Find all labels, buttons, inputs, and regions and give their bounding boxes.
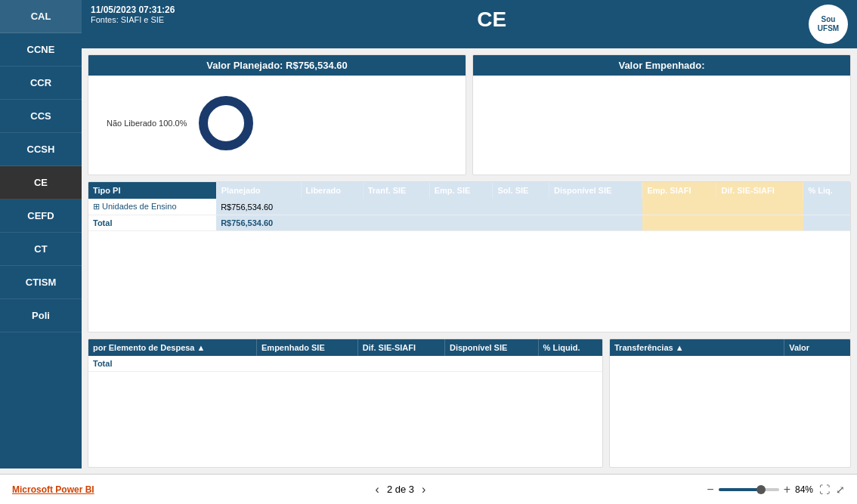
next-page-button[interactable]: › bbox=[422, 483, 425, 496]
col-planejado: Planejado bbox=[216, 182, 301, 199]
zoom-slider[interactable] bbox=[719, 488, 779, 491]
zoom-slider-fill bbox=[719, 488, 761, 491]
top-row: Valor Planejado: R$756,534.60 Não Libera… bbox=[88, 54, 851, 175]
valor-planejado-panel: Valor Planejado: R$756,534.60 Não Libera… bbox=[88, 54, 466, 175]
zoom-level: 84% bbox=[795, 484, 813, 495]
header-source: Fontes: SIAFI e SIE bbox=[91, 15, 175, 24]
col-elemento-despesa: por Elemento de Despesa ▲ bbox=[88, 339, 257, 356]
col-emp-sie: Emp. SIE bbox=[429, 182, 493, 199]
col-dif-sie-siafi: Dif. SIE-SIAFI bbox=[716, 182, 803, 199]
valor-empenhado-body bbox=[473, 76, 850, 171]
donut-container: Não Liberado 100.0% bbox=[94, 87, 268, 159]
total-label: Total bbox=[88, 215, 216, 231]
main-table-total-row: Total R$756,534.60 bbox=[88, 215, 850, 231]
main-table: Tipo PI Planejado Liberado Tranf. SIE Em… bbox=[88, 182, 850, 231]
fullscreen-button[interactable]: ⤢ bbox=[836, 484, 845, 496]
sidebar-item-ccne[interactable]: CCNE bbox=[0, 33, 82, 66]
total-planejado: R$756,534.60 bbox=[216, 215, 301, 231]
sidebar-item-cefd[interactable]: CEFD bbox=[0, 199, 82, 233]
fit-screen-button[interactable]: ⛶ bbox=[819, 484, 830, 496]
sort-asc-icon-2: ▲ bbox=[676, 343, 684, 352]
valor-planejado-header: Valor Planejado: R$756,534.60 bbox=[88, 55, 466, 76]
sidebar-item-ccr[interactable]: CCR bbox=[0, 66, 82, 100]
sidebar-item-cal[interactable]: CAL bbox=[0, 0, 82, 33]
valor-empenhado-panel: Valor Empenhado: bbox=[472, 54, 851, 175]
zoom-out-button[interactable]: − bbox=[707, 484, 713, 496]
sidebar-item-ce[interactable]: CE bbox=[0, 166, 82, 199]
col-liberado: Liberado bbox=[301, 182, 363, 199]
header: 11/05/2023 07:31:26 Fontes: SIAFI e SIE … bbox=[82, 0, 857, 48]
bottom-left-panel: por Elemento de Despesa ▲ Empenhado SIE … bbox=[88, 339, 603, 468]
bottom-right-header-row: Transferências ▲ Valor bbox=[610, 339, 850, 356]
nao-liberado-label: Não Liberado 100.0% bbox=[107, 119, 187, 128]
donut-chart bbox=[196, 93, 256, 153]
bottom-right-table: Transferências ▲ Valor bbox=[610, 339, 850, 356]
bottom-bar: Microsoft Power BI ‹ 2 de 3 › − + 84% ⛶ … bbox=[0, 474, 857, 504]
content-area: Valor Planejado: R$756,534.60 Não Libera… bbox=[82, 48, 857, 474]
col-empenhado-sie: Empenhado SIE bbox=[257, 339, 358, 356]
col-liq: % Liq. bbox=[803, 182, 850, 199]
pagination: ‹ 2 de 3 › bbox=[376, 483, 426, 496]
total-label-2: Total bbox=[88, 356, 257, 372]
bottom-right-icons: − + 84% ⛶ ⤢ bbox=[707, 484, 845, 496]
zoom-controls: − + 84% bbox=[707, 484, 813, 496]
col-valor: Valor bbox=[784, 339, 850, 356]
svg-point-1 bbox=[215, 112, 237, 135]
main-content: 11/05/2023 07:31:26 Fontes: SIAFI e SIE … bbox=[82, 0, 857, 474]
col-liq-2: % Liquid. bbox=[538, 339, 602, 356]
col-disp-sie-2: Disponível SIE bbox=[444, 339, 538, 356]
main-table-panel: Tipo PI Planejado Liberado Tranf. SIE Em… bbox=[88, 181, 851, 332]
bottom-right-panel: Transferências ▲ Valor bbox=[609, 339, 851, 468]
sidebar-item-poli[interactable]: Poli bbox=[0, 299, 82, 332]
col-dif-sie-siafi-2: Dif. SIE-SIAFI bbox=[357, 339, 444, 356]
col-sol-sie: Sol. SIE bbox=[493, 182, 549, 199]
logo: Sou UFSM bbox=[809, 5, 848, 44]
main-table-header-row: Tipo PI Planejado Liberado Tranf. SIE Em… bbox=[88, 182, 850, 199]
cell-planejado: R$756,534.60 bbox=[216, 199, 301, 215]
valor-planejado-body: Não Liberado 100.0% bbox=[88, 76, 466, 171]
sidebar-item-ct[interactable]: CT bbox=[0, 233, 82, 266]
bottom-left-header-row: por Elemento de Despesa ▲ Empenhado SIE … bbox=[88, 339, 602, 356]
col-emp-siafi: Emp. SIAFI bbox=[642, 182, 716, 199]
valor-empenhado-header: Valor Empenhado: bbox=[473, 55, 850, 76]
powerbi-link[interactable]: Microsoft Power BI bbox=[12, 484, 94, 495]
table-row[interactable]: ⊞ Unidades de Ensino R$756,534.60 bbox=[88, 199, 850, 215]
zoom-slider-thumb bbox=[756, 485, 766, 494]
expand-cell[interactable]: ⊞ Unidades de Ensino bbox=[88, 199, 216, 215]
header-datetime: 11/05/2023 07:31:26 bbox=[91, 5, 175, 15]
col-disp-sie: Disponível SIE bbox=[549, 182, 642, 199]
zoom-in-button[interactable]: + bbox=[784, 484, 790, 496]
sidebar-item-ccsh[interactable]: CCSH bbox=[0, 133, 82, 166]
sidebar-item-ccs[interactable]: CCS bbox=[0, 100, 82, 133]
sort-asc-icon: ▲ bbox=[197, 343, 206, 352]
bottom-left-total-row: Total bbox=[88, 356, 602, 372]
prev-page-button[interactable]: ‹ bbox=[376, 483, 379, 496]
header-left: 11/05/2023 07:31:26 Fontes: SIAFI e SIE bbox=[91, 5, 175, 24]
col-tranf-sie: Tranf. SIE bbox=[363, 182, 429, 199]
sidebar-item-ctism[interactable]: CTISM bbox=[0, 266, 82, 299]
page-indicator: 2 de 3 bbox=[387, 484, 414, 495]
bottom-row: por Elemento de Despesa ▲ Empenhado SIE … bbox=[88, 339, 851, 468]
col-tipo-pi: Tipo PI bbox=[88, 182, 216, 199]
bottom-left-table: por Elemento de Despesa ▲ Empenhado SIE … bbox=[88, 339, 602, 372]
col-transferencias: Transferências ▲ bbox=[610, 339, 784, 356]
page-title: CE bbox=[175, 5, 809, 32]
sidebar: CAL CCNE CCR CCS CCSH CE CEFD CT CTISM P… bbox=[0, 0, 82, 468]
